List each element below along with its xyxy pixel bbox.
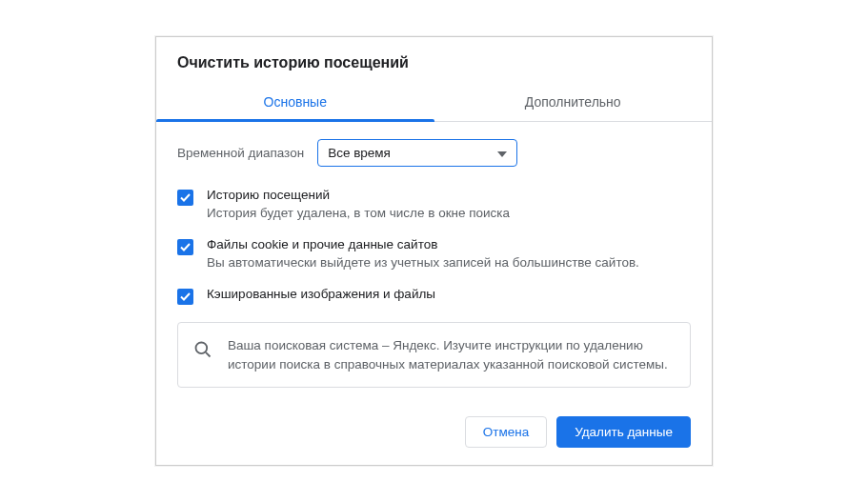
time-range-select[interactable]: Все время [317, 139, 517, 167]
option-desc: История будет удалена, в том числе в окн… [207, 206, 510, 220]
tab-basic-label: Основные [264, 94, 327, 110]
checkbox-cache[interactable] [177, 289, 193, 305]
option-cookies: Файлы cookie и прочие данные сайтов Вы а… [177, 237, 691, 270]
chevron-down-icon [497, 146, 507, 160]
info-text: Ваша поисковая система – Яндекс. Изучите… [228, 336, 675, 373]
option-texts: Файлы cookie и прочие данные сайтов Вы а… [207, 237, 639, 270]
option-title: Кэшированные изображения и файлы [207, 287, 435, 301]
tab-basic[interactable]: Основные [156, 85, 434, 121]
tab-advanced[interactable]: Дополнительно [434, 85, 713, 121]
check-icon [180, 238, 191, 255]
option-title: Историю посещений [207, 188, 510, 202]
time-range-row: Временной диапазон Все время [177, 139, 691, 167]
dialog-footer: Отмена Удалить данные [156, 403, 712, 465]
option-browsing-history: Историю посещений История будет удалена,… [177, 188, 691, 220]
dialog-title: Очистить историю посещений [156, 37, 712, 85]
option-cache: Кэшированные изображения и файлы [177, 287, 691, 305]
tab-advanced-label: Дополнительно [525, 94, 621, 110]
checkbox-cookies[interactable] [177, 239, 193, 255]
dialog-content: Временной диапазон Все время Историю пос… [156, 122, 712, 403]
svg-line-1 [206, 352, 211, 357]
option-title: Файлы cookie и прочие данные сайтов [207, 237, 639, 251]
svg-point-0 [196, 342, 208, 353]
clear-history-dialog: Очистить историю посещений Основные Допо… [155, 36, 713, 466]
check-icon [180, 288, 191, 305]
search-icon [193, 340, 212, 363]
check-icon [180, 189, 191, 206]
time-range-label: Временной диапазон [177, 146, 304, 160]
clear-data-button[interactable]: Удалить данные [556, 416, 691, 448]
checkbox-browsing-history[interactable] [177, 190, 193, 206]
option-desc: Вы автоматически выйдете из учетных запи… [207, 255, 639, 270]
search-engine-info: Ваша поисковая система – Яндекс. Изучите… [177, 322, 691, 388]
cancel-button[interactable]: Отмена [465, 416, 547, 448]
option-texts: Историю посещений История будет удалена,… [207, 188, 510, 220]
tabs: Основные Дополнительно [156, 85, 712, 122]
time-range-value: Все время [328, 146, 391, 160]
option-texts: Кэшированные изображения и файлы [207, 287, 435, 301]
